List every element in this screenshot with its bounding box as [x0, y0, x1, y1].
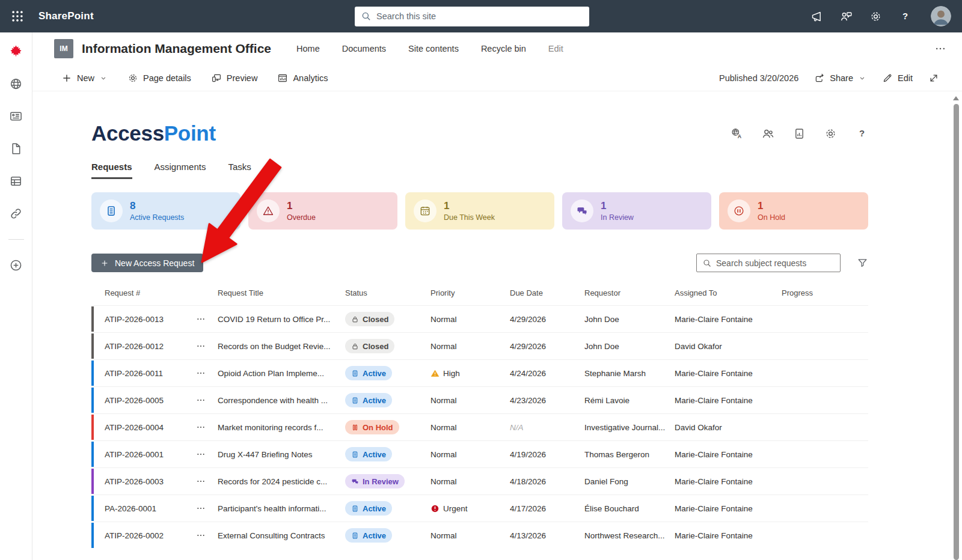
table-row[interactable]: ATIP-2026-0003 Records for 2024 pesticid… [91, 467, 868, 495]
column-header-progress[interactable]: Progress [782, 288, 868, 297]
preview-icon [211, 73, 222, 84]
table-row[interactable]: ATIP-2026-0004 Market monitoring records… [91, 413, 868, 440]
filter-icon[interactable] [857, 257, 868, 269]
megaphone-icon[interactable] [810, 10, 823, 23]
analytics-button[interactable]: Analytics [277, 73, 328, 84]
request-title[interactable]: Records on the Budget Revie... [218, 342, 345, 351]
site-nav-site-contents[interactable]: Site contents [408, 44, 459, 53]
row-menu-icon[interactable] [196, 504, 206, 513]
rail-item-maple-leaf-icon[interactable] [9, 44, 23, 58]
svg-text:A: A [738, 133, 742, 139]
row-menu-icon[interactable] [196, 341, 206, 351]
status-cell: Active [345, 393, 430, 407]
table-row[interactable]: ATIP-2026-0005 Correspondence with healt… [91, 386, 868, 413]
row-menu-icon[interactable] [196, 531, 206, 540]
row-menu-icon[interactable] [196, 449, 206, 459]
vertical-scrollbar[interactable] [952, 96, 960, 560]
scrollbar-thumb[interactable] [954, 104, 959, 560]
site-nav-documents[interactable]: Documents [342, 44, 386, 53]
request-title[interactable]: Correspondence with health ... [218, 396, 345, 405]
stat-card-label: Active Requests [130, 213, 184, 222]
status-badge: Active [345, 366, 392, 380]
request-title[interactable]: Market monitoring records f... [218, 423, 345, 432]
feedback-icon[interactable] [840, 10, 853, 23]
request-title[interactable]: Opioid Action Plan Impleme... [218, 369, 345, 378]
scroll-up-arrow[interactable] [953, 96, 959, 100]
new-access-request-button[interactable]: New Access Request [91, 254, 203, 272]
priority-cell: Normal [430, 342, 510, 351]
people-icon[interactable] [762, 127, 774, 140]
column-header-due-date[interactable]: Due Date [510, 288, 584, 297]
site-nav-edit[interactable]: Edit [548, 44, 563, 53]
help-icon[interactable]: ? [856, 127, 868, 140]
tab-assignments[interactable]: Assignments [155, 162, 206, 179]
site-nav-recycle-bin[interactable]: Recycle bin [481, 44, 526, 53]
column-header-requestor[interactable]: Requestor [584, 288, 675, 297]
more-icon[interactable] [934, 43, 946, 55]
column-header-status[interactable]: Status [345, 288, 430, 297]
stat-card-in-review[interactable]: 1 In Review [562, 192, 711, 230]
column-header-request-title[interactable]: Request Title [218, 288, 345, 297]
share-button[interactable]: Share [814, 73, 866, 84]
column-header-assigned-to[interactable]: Assigned To [675, 288, 782, 297]
row-menu-icon[interactable] [196, 368, 206, 378]
site-nav-home[interactable]: Home [296, 44, 320, 53]
tab-tasks[interactable]: Tasks [228, 162, 251, 179]
page-details-button[interactable]: Page details [127, 73, 191, 84]
report-icon[interactable] [793, 127, 806, 140]
row-menu-icon[interactable] [196, 395, 206, 405]
avatar[interactable] [931, 6, 951, 26]
site-search[interactable] [355, 7, 589, 26]
table-row[interactable]: ATIP-2026-0013 COVID 19 Return to Office… [91, 305, 868, 332]
row-menu-icon[interactable] [196, 422, 206, 432]
stat-card-active-requests[interactable]: 8 Active Requests [91, 192, 240, 230]
help-icon[interactable]: ? [899, 10, 911, 23]
rail-item-globe-icon[interactable] [9, 77, 23, 91]
row-menu-icon[interactable] [196, 476, 206, 486]
request-title[interactable]: Participant's health informati... [218, 504, 345, 513]
request-title[interactable]: External Consulting Contracts [218, 531, 345, 540]
request-search[interactable] [696, 254, 841, 272]
site-logo[interactable]: IM [54, 39, 73, 58]
stat-card-on-hold[interactable]: 1 On Hold [719, 192, 868, 230]
request-title[interactable]: Drug X-447 Briefing Notes [218, 450, 345, 459]
column-header-priority[interactable]: Priority [430, 288, 510, 297]
assigned-to: Marie-Claire Fontaine [675, 396, 782, 405]
rail-item-table-icon[interactable] [9, 174, 23, 188]
status-badge: Active [345, 447, 392, 461]
stat-card-overdue[interactable]: 1 Overdue [248, 192, 397, 230]
table-row[interactable]: ATIP-2026-0012 Records on the Budget Rev… [91, 332, 868, 359]
table-row[interactable]: PA-2026-0001 Participant's health inform… [91, 495, 868, 522]
tab-requests[interactable]: Requests [91, 162, 132, 179]
status-color-bar [91, 388, 94, 413]
request-title[interactable]: COVID 19 Return to Office Pr... [218, 315, 345, 324]
table-row[interactable]: ATIP-2026-0011 Opioid Action Plan Implem… [91, 359, 868, 386]
site-search-input[interactable] [376, 11, 583, 21]
request-title[interactable]: Records for 2024 pesticide c... [218, 477, 345, 486]
priority-label: Normal [430, 477, 457, 486]
new-button[interactable]: New [61, 73, 108, 84]
expand-button[interactable] [928, 73, 939, 84]
rail-item-add-circle-icon[interactable] [9, 258, 23, 272]
preview-button[interactable]: Preview [211, 73, 258, 84]
translate-icon[interactable]: A [731, 127, 743, 140]
due-date: 4/17/2026 [510, 504, 546, 513]
row-menu-icon[interactable] [196, 314, 206, 324]
settings-icon[interactable] [869, 10, 882, 23]
edit-button[interactable]: Edit [882, 73, 913, 84]
table-row[interactable]: ATIP-2026-0002 External Consulting Contr… [91, 522, 868, 549]
status-label: On Hold [363, 423, 393, 432]
rail-item-link-icon[interactable] [9, 207, 23, 221]
column-header-request[interactable]: Request # [105, 288, 196, 297]
priority-cell: Normal [430, 423, 510, 432]
stat-card-due-this-week[interactable]: 1 Due This Week [405, 192, 554, 230]
app-launcher-icon[interactable] [11, 10, 24, 23]
priority-cell: Normal [430, 531, 510, 540]
settings-icon[interactable] [824, 127, 837, 140]
rail-item-page-icon[interactable] [9, 142, 23, 156]
table-row[interactable]: ATIP-2026-0001 Drug X-447 Briefing Notes… [91, 440, 868, 467]
status-color-bar [91, 333, 94, 359]
request-search-input[interactable] [716, 258, 835, 268]
assigned-to: Marie-Claire Fontaine [675, 369, 782, 378]
rail-item-news-icon[interactable] [9, 109, 23, 123]
